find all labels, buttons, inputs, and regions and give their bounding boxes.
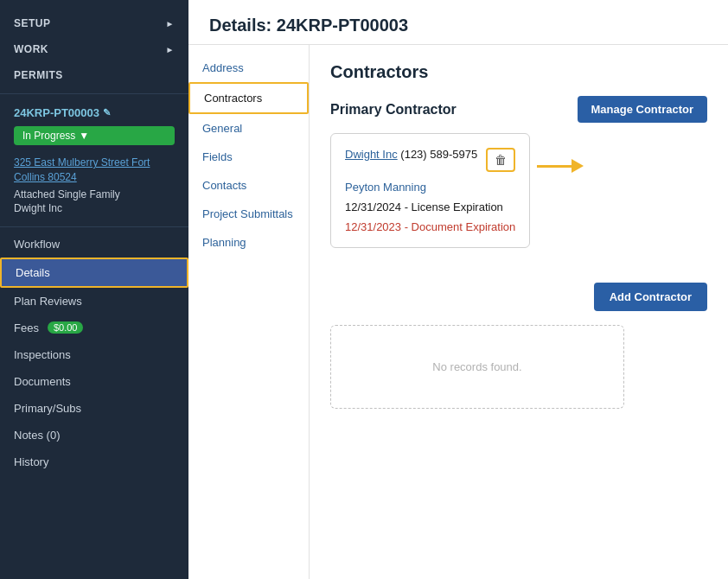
content-area: Contractors Primary Contractor Manage Co… [310, 45, 728, 579]
sidebar-item-history[interactable]: History [0, 449, 188, 475]
add-contractor-button[interactable]: Add Contractor [594, 283, 707, 311]
subnav-address[interactable]: Address [188, 54, 309, 82]
add-contractor-row: Add Contractor [330, 283, 707, 311]
fees-label: Fees [14, 321, 39, 334]
sidebar-item-workflow[interactable]: Workflow [0, 231, 188, 258]
primary-subs-label: Primary/Subs [14, 402, 81, 415]
address-line1: 325 East Mulberry Street Fort [14, 156, 150, 169]
setup-label: SETUP [14, 17, 51, 29]
contractor-license: 12/31/2024 - License Expiration [345, 200, 515, 213]
subnav-general-label: General [202, 122, 242, 135]
subnav-general[interactable]: General [188, 114, 309, 143]
main-content: Details: 24KRP-PT00003 Address Contracto… [188, 0, 728, 579]
permit-id-text: 24KRP-PT00003 [14, 106, 99, 119]
subnav-project-submittals-label: Project Submittals [202, 207, 293, 220]
contractor-person: Peyton Manning [345, 181, 515, 194]
subnav-contractors-label: Contractors [204, 92, 262, 105]
sidebar-item-notes[interactable]: Notes (0) [0, 422, 188, 449]
sidebar-item-inspections[interactable]: Inspections [0, 341, 188, 368]
arrow-line [537, 165, 572, 168]
subnav-contacts[interactable]: Contacts [188, 171, 309, 200]
status-badge[interactable]: In Progress ▼ [14, 126, 175, 145]
permits-label: PERMITS [14, 69, 63, 81]
contractor-doc-expiry: 12/31/2023 - Document Expiration [345, 220, 515, 233]
status-dropdown-icon: ▼ [79, 130, 89, 142]
permit-type: Attached Single Family [0, 187, 188, 202]
subnav-planning[interactable]: Planning [188, 228, 309, 257]
divider-2 [0, 226, 188, 227]
history-label: History [14, 455, 48, 468]
main-header: Details: 24KRP-PT00003 [188, 0, 728, 45]
contractor-name-link[interactable]: Dwight Inc [345, 148, 398, 161]
sidebar-item-work[interactable]: WORK ► [0, 36, 188, 62]
subnav-contractors[interactable]: Contractors [188, 82, 309, 114]
top-nav: SETUP ► WORK ► PERMITS [0, 0, 188, 88]
address-line2: Collins 80524 [14, 171, 77, 183]
divider-1 [0, 93, 188, 94]
primary-contractor-label: Primary Contractor [330, 102, 457, 118]
main-body: Address Contractors General Fields Conta… [188, 45, 728, 579]
no-records-box: No records found. [330, 325, 624, 409]
permit-address[interactable]: 325 East Mulberry Street Fort Collins 80… [0, 149, 188, 187]
subnav-address-label: Address [202, 61, 244, 74]
sidebar-item-documents[interactable]: Documents [0, 368, 188, 395]
inspections-label: Inspections [14, 348, 71, 361]
sidebar-item-primary-subs[interactable]: Primary/Subs [0, 395, 188, 422]
details-label: Details [16, 266, 50, 279]
trash-icon: 🗑 [495, 153, 507, 167]
sidebar-item-fees[interactable]: Fees $0.00 [0, 315, 188, 341]
subnav-fields[interactable]: Fields [188, 143, 309, 171]
work-label: WORK [14, 43, 48, 55]
sidebar-item-setup[interactable]: SETUP ► [0, 10, 188, 36]
section-title: Contractors [330, 62, 707, 82]
documents-label: Documents [14, 375, 71, 388]
delete-contractor-button[interactable]: 🗑 [486, 148, 515, 172]
plan-reviews-label: Plan Reviews [14, 295, 82, 308]
subnav-contacts-label: Contacts [202, 179, 246, 192]
permit-id: 24KRP-PT00003 ✎ [0, 99, 188, 123]
sidebar-item-plan-reviews[interactable]: Plan Reviews [0, 288, 188, 315]
work-arrow-icon: ► [166, 45, 175, 54]
sub-nav: Address Contractors General Fields Conta… [188, 45, 310, 579]
contractor-card: Dwight Inc (123) 589-5975 🗑 Peyton Manni… [330, 133, 530, 248]
workflow-label: Workflow [14, 238, 60, 251]
setup-arrow-icon: ► [166, 19, 175, 29]
page-title: Details: 24KRP-PT00003 [209, 16, 707, 35]
sidebar-item-permits[interactable]: PERMITS [0, 62, 188, 88]
no-records-text: No records found. [432, 360, 521, 373]
subnav-planning-label: Planning [202, 236, 246, 249]
contractor-header: Primary Contractor Manage Contractor [330, 96, 707, 123]
permit-type-text: Attached Single Family [14, 188, 120, 200]
contractor-phone: (123) 589-5975 [400, 148, 477, 161]
fees-badge: $0.00 [48, 321, 84, 334]
status-text: In Progress [22, 130, 75, 142]
arrow-annotation [537, 159, 584, 173]
edit-icon[interactable]: ✎ [103, 107, 111, 118]
contractor-name-phone: Dwight Inc (123) 589-5975 [345, 148, 477, 161]
manage-contractor-button[interactable]: Manage Contractor [578, 96, 707, 123]
arrow-head-icon [572, 159, 584, 173]
subnav-fields-label: Fields [202, 150, 233, 163]
contractor-card-top: Dwight Inc (123) 589-5975 🗑 [345, 148, 515, 172]
sidebar: SETUP ► WORK ► PERMITS 24KRP-PT00003 ✎ I… [0, 0, 188, 579]
notes-label: Notes (0) [14, 429, 60, 442]
subnav-project-submittals[interactable]: Project Submittals [188, 200, 309, 228]
permit-owner-text: Dwight Inc [14, 202, 62, 214]
sidebar-item-details[interactable]: Details [0, 258, 188, 288]
permit-owner: Dwight Inc [0, 202, 188, 223]
